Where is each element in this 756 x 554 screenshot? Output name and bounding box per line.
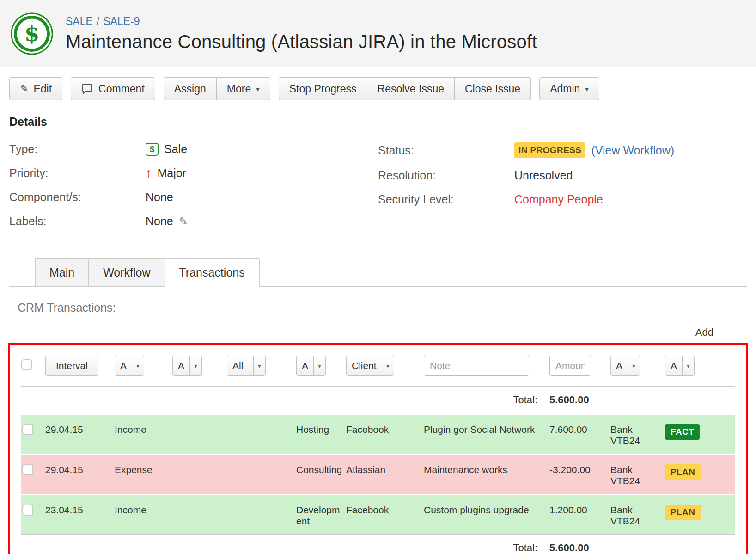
admin-dropdown-button[interactable]: Admin ▾ xyxy=(539,77,599,100)
tx-type: Expense xyxy=(115,455,172,495)
add-transaction-link[interactable]: Add xyxy=(695,326,713,338)
footer-total-value: 5.600.00 xyxy=(549,535,610,554)
edit-button[interactable]: ✎ Edit xyxy=(9,77,62,100)
interval-filter-button[interactable]: Interval xyxy=(45,356,98,376)
assign-button-group: Assign More ▾ xyxy=(164,77,270,100)
row-checkbox[interactable] xyxy=(22,464,33,475)
pencil-icon: ✎ xyxy=(20,83,28,95)
more-dropdown-button[interactable]: More ▾ xyxy=(217,77,270,100)
tx-status-badge: FACT xyxy=(665,424,700,440)
category-filter-dropdown[interactable]: A ▾ xyxy=(296,356,326,376)
type-label: Type: xyxy=(9,142,146,156)
transactions-panel: Interval A ▾ A ▾ All ▾ xyxy=(8,343,748,554)
tx-amount: -3.200.00 xyxy=(549,455,610,495)
transactions-table: Interval A ▾ A ▾ All ▾ xyxy=(21,353,735,554)
filter2-value: A xyxy=(173,356,189,375)
resolve-issue-label: Resolve Issue xyxy=(378,83,444,95)
select-all-checkbox[interactable] xyxy=(21,359,32,370)
tab-main[interactable]: Main xyxy=(35,258,89,287)
workflow-button-group: Stop Progress Resolve Issue Close Issue xyxy=(279,77,531,100)
status-label: Status: xyxy=(378,144,514,157)
tab-transactions[interactable]: Transactions xyxy=(165,258,260,287)
status-filter-dropdown[interactable]: A ▾ xyxy=(665,356,695,376)
tx-note: Custom plugins upgrade xyxy=(424,495,549,535)
stop-progress-label: Stop Progress xyxy=(289,83,357,95)
comment-bubble-icon xyxy=(81,83,93,94)
type-filter-dropdown[interactable]: A ▾ xyxy=(115,356,144,376)
priority-label: Priority: xyxy=(9,166,146,180)
tab-workflow[interactable]: Workflow xyxy=(88,258,165,287)
comment-button-label: Comment xyxy=(98,83,145,95)
assign-button-label: Assign xyxy=(174,83,206,95)
edit-labels-pencil-icon[interactable]: ✎ xyxy=(179,215,188,228)
chevron-down-icon: ▾ xyxy=(189,356,201,375)
row-checkbox[interactable] xyxy=(22,505,33,516)
breadcrumb-project-link[interactable]: SALE xyxy=(66,15,93,27)
chevron-down-icon: ▾ xyxy=(256,86,260,92)
resolution-label: Resolution: xyxy=(378,169,514,182)
close-issue-label: Close Issue xyxy=(465,83,520,95)
chevron-down-icon: ▾ xyxy=(132,356,144,375)
client-filter-value: Client xyxy=(347,356,382,375)
close-issue-button[interactable]: Close Issue xyxy=(455,77,531,100)
category-filter-value: A xyxy=(297,356,313,375)
tx-client: Atlassian xyxy=(346,455,424,495)
tx-account: Bank VTB24 xyxy=(610,414,665,455)
chevron-down-icon: ▾ xyxy=(253,356,265,375)
transaction-row: 29.04.15 Expense Consulting Atlassian Ma… xyxy=(21,455,735,495)
more-button-label: More xyxy=(227,83,251,95)
client-filter-dropdown[interactable]: Client ▾ xyxy=(346,356,394,376)
total-row-bottom: Total: 5.600.00 xyxy=(21,535,735,554)
resolve-issue-button[interactable]: Resolve Issue xyxy=(367,77,455,100)
stop-progress-button[interactable]: Stop Progress xyxy=(279,77,367,100)
row-checkbox[interactable] xyxy=(22,424,33,435)
account-filter-dropdown[interactable]: A ▾ xyxy=(610,356,640,376)
tx-status-badge: PLAN xyxy=(665,464,701,480)
crm-transactions-heading: CRM Transactions: xyxy=(0,287,756,314)
comment-button[interactable]: Comment xyxy=(71,77,155,100)
tx-category: Development xyxy=(296,495,346,535)
group-filter-dropdown[interactable]: All ▾ xyxy=(227,356,266,376)
details-section: Details Type: $ Sale Priority: ↑ Major C… xyxy=(0,100,756,239)
details-heading: Details xyxy=(9,115,47,129)
transaction-row: 23.04.15 Income Development Facebook Cus… xyxy=(21,495,735,535)
status-badge: IN PROGRESS xyxy=(514,142,585,158)
tab-bar: Main Workflow Transactions xyxy=(9,258,747,287)
tx-amount: 7.600.00 xyxy=(549,414,610,455)
chevron-down-icon: ▾ xyxy=(585,86,589,92)
filter2-dropdown[interactable]: A ▾ xyxy=(172,356,202,376)
security-level-value: Company People xyxy=(514,193,603,206)
tx-category: Consulting xyxy=(296,455,346,495)
details-divider xyxy=(55,122,747,122)
sale-dollar-icon: $ xyxy=(10,12,54,55)
total-row-top: Total: 5.600.00 xyxy=(21,387,735,414)
page-title: Maintenance Consulting (Atlassian JIRA) … xyxy=(66,31,537,52)
sale-type-icon: $ xyxy=(146,143,159,156)
chevron-down-icon: ▾ xyxy=(628,356,640,375)
type-filter-value: A xyxy=(115,356,132,375)
security-level-label: Security Level: xyxy=(378,193,514,206)
tx-type: Income xyxy=(115,414,172,455)
labels-label: Labels: xyxy=(9,215,146,228)
tx-date: 29.04.15 xyxy=(45,414,115,455)
total-label: Total: xyxy=(21,387,549,414)
chevron-down-icon: ▾ xyxy=(313,356,325,375)
footer-total-label: Total: xyxy=(21,535,549,554)
group-filter-value: All xyxy=(227,356,253,375)
filter-row: Interval A ▾ A ▾ All ▾ xyxy=(21,353,735,387)
amount-filter-input[interactable] xyxy=(549,356,591,376)
tx-amount: 1.200.00 xyxy=(549,495,610,535)
resolution-value: Unresolved xyxy=(514,169,573,182)
view-workflow-link[interactable]: (View Workflow) xyxy=(591,144,674,157)
breadcrumb-issue-link[interactable]: SALE-9 xyxy=(103,15,140,27)
tx-client: Facebook xyxy=(346,414,424,455)
chevron-down-icon: ▾ xyxy=(682,356,694,375)
tx-client: Facebook xyxy=(346,495,424,535)
labels-value: None xyxy=(146,215,173,228)
account-filter-value: A xyxy=(611,356,628,375)
tx-type: Income xyxy=(115,495,172,535)
assign-button[interactable]: Assign xyxy=(164,77,217,100)
note-filter-input[interactable] xyxy=(424,356,529,376)
breadcrumb-separator: / xyxy=(97,15,99,27)
tx-account: Bank VTB24 xyxy=(610,495,665,535)
